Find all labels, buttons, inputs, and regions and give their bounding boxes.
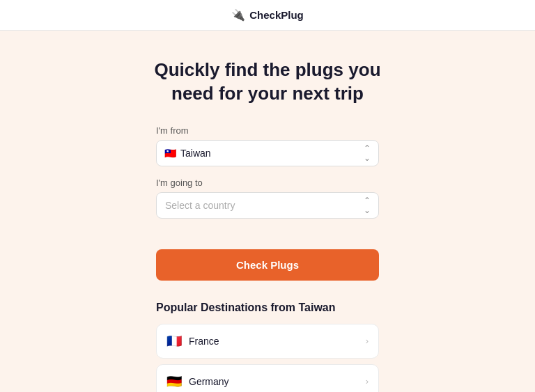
logo-text: CheckPlug bbox=[249, 9, 304, 21]
destination-chevron-icon: › bbox=[366, 376, 369, 386]
destination-flag: 🇫🇷 bbox=[166, 334, 182, 349]
plug-icon: 🔌 bbox=[231, 8, 245, 22]
destination-item[interactable]: 🇫🇷France› bbox=[156, 324, 379, 359]
from-select-wrapper: 🇹🇼 Taiwan United States United Kingdom J… bbox=[156, 140, 379, 166]
from-label: I'm from bbox=[156, 125, 379, 136]
to-country-select[interactable]: Select a country France Germany Italy Sp… bbox=[156, 192, 379, 219]
destination-left: 🇫🇷France bbox=[166, 334, 219, 349]
search-form: I'm from 🇹🇼 Taiwan United States United … bbox=[156, 125, 379, 230]
header: 🔌 CheckPlug bbox=[0, 0, 535, 31]
to-label: I'm going to bbox=[156, 178, 379, 188]
popular-destinations-title: Popular Destinations from Taiwan bbox=[156, 301, 379, 314]
to-select-wrapper: Select a country France Germany Italy Sp… bbox=[156, 192, 379, 219]
destination-list: 🇫🇷France›🇩🇪Germany›🇮🇹Italy›🇪🇸Spain›🇬🇧Uni… bbox=[156, 324, 379, 392]
destination-item[interactable]: 🇩🇪Germany› bbox=[156, 364, 379, 392]
destination-name: Germany bbox=[189, 376, 229, 387]
from-field-group: I'm from 🇹🇼 Taiwan United States United … bbox=[156, 125, 379, 166]
destination-flag: 🇩🇪 bbox=[166, 374, 182, 389]
destination-name: France bbox=[189, 336, 219, 347]
logo: 🔌 CheckPlug bbox=[231, 8, 304, 22]
hero-title: Quickly find the plugs you need for your… bbox=[154, 58, 380, 106]
destination-chevron-icon: › bbox=[366, 336, 369, 346]
from-country-select[interactable]: Taiwan United States United Kingdom Japa… bbox=[156, 140, 379, 166]
destination-left: 🇩🇪Germany bbox=[166, 374, 229, 389]
check-plugs-button[interactable]: Check Plugs bbox=[156, 249, 379, 281]
to-field-group: I'm going to Select a country France Ger… bbox=[156, 178, 379, 219]
popular-destinations-section: Popular Destinations from Taiwan 🇫🇷Franc… bbox=[156, 301, 379, 392]
main-content: Quickly find the plugs you need for your… bbox=[0, 31, 535, 392]
